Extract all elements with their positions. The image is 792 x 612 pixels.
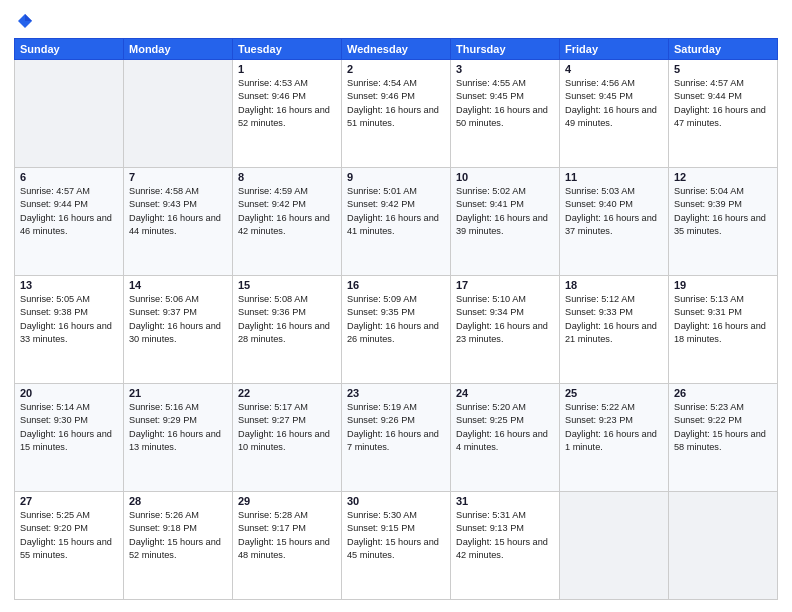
day-info: Sunrise: 5:02 AMSunset: 9:41 PMDaylight:…: [456, 185, 554, 238]
sunset-text: Sunset: 9:45 PM: [565, 90, 663, 103]
day-info: Sunrise: 5:23 AMSunset: 9:22 PMDaylight:…: [674, 401, 772, 454]
sunset-text: Sunset: 9:31 PM: [674, 306, 772, 319]
daylight-text: Daylight: 16 hours and 26 minutes.: [347, 320, 445, 347]
daylight-text: Daylight: 16 hours and 33 minutes.: [20, 320, 118, 347]
logo: [14, 12, 34, 30]
day-info: Sunrise: 4:55 AMSunset: 9:45 PMDaylight:…: [456, 77, 554, 130]
sunrise-text: Sunrise: 5:30 AM: [347, 509, 445, 522]
sunrise-text: Sunrise: 5:19 AM: [347, 401, 445, 414]
header: [14, 12, 778, 30]
col-header-sunday: Sunday: [15, 39, 124, 60]
calendar-week-3: 13Sunrise: 5:05 AMSunset: 9:38 PMDayligh…: [15, 276, 778, 384]
daylight-text: Daylight: 16 hours and 42 minutes.: [238, 212, 336, 239]
day-number: 14: [129, 279, 227, 291]
day-info: Sunrise: 5:17 AMSunset: 9:27 PMDaylight:…: [238, 401, 336, 454]
sunset-text: Sunset: 9:43 PM: [129, 198, 227, 211]
daylight-text: Daylight: 15 hours and 58 minutes.: [674, 428, 772, 455]
sunset-text: Sunset: 9:41 PM: [456, 198, 554, 211]
sunset-text: Sunset: 9:13 PM: [456, 522, 554, 535]
calendar-cell: 20Sunrise: 5:14 AMSunset: 9:30 PMDayligh…: [15, 384, 124, 492]
day-info: Sunrise: 5:08 AMSunset: 9:36 PMDaylight:…: [238, 293, 336, 346]
calendar-cell: 9Sunrise: 5:01 AMSunset: 9:42 PMDaylight…: [342, 168, 451, 276]
day-info: Sunrise: 5:03 AMSunset: 9:40 PMDaylight:…: [565, 185, 663, 238]
sunrise-text: Sunrise: 4:53 AM: [238, 77, 336, 90]
calendar-cell: 5Sunrise: 4:57 AMSunset: 9:44 PMDaylight…: [669, 60, 778, 168]
daylight-text: Daylight: 16 hours and 52 minutes.: [238, 104, 336, 131]
sunrise-text: Sunrise: 5:01 AM: [347, 185, 445, 198]
col-header-thursday: Thursday: [451, 39, 560, 60]
calendar-week-1: 1Sunrise: 4:53 AMSunset: 9:46 PMDaylight…: [15, 60, 778, 168]
day-info: Sunrise: 4:56 AMSunset: 9:45 PMDaylight:…: [565, 77, 663, 130]
calendar-cell: 11Sunrise: 5:03 AMSunset: 9:40 PMDayligh…: [560, 168, 669, 276]
sunrise-text: Sunrise: 5:13 AM: [674, 293, 772, 306]
daylight-text: Daylight: 16 hours and 21 minutes.: [565, 320, 663, 347]
daylight-text: Daylight: 16 hours and 23 minutes.: [456, 320, 554, 347]
calendar-cell: 19Sunrise: 5:13 AMSunset: 9:31 PMDayligh…: [669, 276, 778, 384]
day-number: 31: [456, 495, 554, 507]
day-number: 21: [129, 387, 227, 399]
day-info: Sunrise: 5:30 AMSunset: 9:15 PMDaylight:…: [347, 509, 445, 562]
daylight-text: Daylight: 16 hours and 35 minutes.: [674, 212, 772, 239]
day-info: Sunrise: 5:13 AMSunset: 9:31 PMDaylight:…: [674, 293, 772, 346]
day-number: 6: [20, 171, 118, 183]
sunrise-text: Sunrise: 5:08 AM: [238, 293, 336, 306]
sunrise-text: Sunrise: 4:56 AM: [565, 77, 663, 90]
sunrise-text: Sunrise: 5:16 AM: [129, 401, 227, 414]
day-number: 16: [347, 279, 445, 291]
col-header-tuesday: Tuesday: [233, 39, 342, 60]
sunset-text: Sunset: 9:40 PM: [565, 198, 663, 211]
sunset-text: Sunset: 9:37 PM: [129, 306, 227, 319]
day-number: 20: [20, 387, 118, 399]
daylight-text: Daylight: 16 hours and 47 minutes.: [674, 104, 772, 131]
sunset-text: Sunset: 9:42 PM: [238, 198, 336, 211]
sunset-text: Sunset: 9:30 PM: [20, 414, 118, 427]
sunset-text: Sunset: 9:33 PM: [565, 306, 663, 319]
sunrise-text: Sunrise: 5:09 AM: [347, 293, 445, 306]
day-number: 10: [456, 171, 554, 183]
calendar-cell: 27Sunrise: 5:25 AMSunset: 9:20 PMDayligh…: [15, 492, 124, 600]
day-number: 22: [238, 387, 336, 399]
daylight-text: Daylight: 16 hours and 39 minutes.: [456, 212, 554, 239]
sunset-text: Sunset: 9:36 PM: [238, 306, 336, 319]
calendar-cell: [15, 60, 124, 168]
daylight-text: Daylight: 16 hours and 18 minutes.: [674, 320, 772, 347]
daylight-text: Daylight: 16 hours and 41 minutes.: [347, 212, 445, 239]
sunset-text: Sunset: 9:46 PM: [347, 90, 445, 103]
day-number: 17: [456, 279, 554, 291]
sunrise-text: Sunrise: 5:02 AM: [456, 185, 554, 198]
day-info: Sunrise: 5:25 AMSunset: 9:20 PMDaylight:…: [20, 509, 118, 562]
sunrise-text: Sunrise: 5:31 AM: [456, 509, 554, 522]
day-number: 15: [238, 279, 336, 291]
sunrise-text: Sunrise: 5:10 AM: [456, 293, 554, 306]
sunrise-text: Sunrise: 5:04 AM: [674, 185, 772, 198]
daylight-text: Daylight: 16 hours and 7 minutes.: [347, 428, 445, 455]
sunset-text: Sunset: 9:25 PM: [456, 414, 554, 427]
col-header-saturday: Saturday: [669, 39, 778, 60]
day-number: 12: [674, 171, 772, 183]
sunrise-text: Sunrise: 5:23 AM: [674, 401, 772, 414]
sunset-text: Sunset: 9:46 PM: [238, 90, 336, 103]
sunrise-text: Sunrise: 4:58 AM: [129, 185, 227, 198]
day-info: Sunrise: 5:09 AMSunset: 9:35 PMDaylight:…: [347, 293, 445, 346]
day-number: 30: [347, 495, 445, 507]
calendar-cell: [560, 492, 669, 600]
day-info: Sunrise: 5:04 AMSunset: 9:39 PMDaylight:…: [674, 185, 772, 238]
calendar-cell: 15Sunrise: 5:08 AMSunset: 9:36 PMDayligh…: [233, 276, 342, 384]
calendar-cell: 25Sunrise: 5:22 AMSunset: 9:23 PMDayligh…: [560, 384, 669, 492]
daylight-text: Daylight: 16 hours and 46 minutes.: [20, 212, 118, 239]
day-info: Sunrise: 5:19 AMSunset: 9:26 PMDaylight:…: [347, 401, 445, 454]
col-header-wednesday: Wednesday: [342, 39, 451, 60]
daylight-text: Daylight: 15 hours and 45 minutes.: [347, 536, 445, 563]
daylight-text: Daylight: 16 hours and 50 minutes.: [456, 104, 554, 131]
daylight-text: Daylight: 16 hours and 49 minutes.: [565, 104, 663, 131]
sunset-text: Sunset: 9:22 PM: [674, 414, 772, 427]
sunrise-text: Sunrise: 5:26 AM: [129, 509, 227, 522]
calendar-week-5: 27Sunrise: 5:25 AMSunset: 9:20 PMDayligh…: [15, 492, 778, 600]
day-info: Sunrise: 5:01 AMSunset: 9:42 PMDaylight:…: [347, 185, 445, 238]
daylight-text: Daylight: 16 hours and 1 minute.: [565, 428, 663, 455]
calendar-cell: 21Sunrise: 5:16 AMSunset: 9:29 PMDayligh…: [124, 384, 233, 492]
sunrise-text: Sunrise: 4:57 AM: [674, 77, 772, 90]
day-info: Sunrise: 5:31 AMSunset: 9:13 PMDaylight:…: [456, 509, 554, 562]
sunrise-text: Sunrise: 5:22 AM: [565, 401, 663, 414]
day-info: Sunrise: 5:22 AMSunset: 9:23 PMDaylight:…: [565, 401, 663, 454]
